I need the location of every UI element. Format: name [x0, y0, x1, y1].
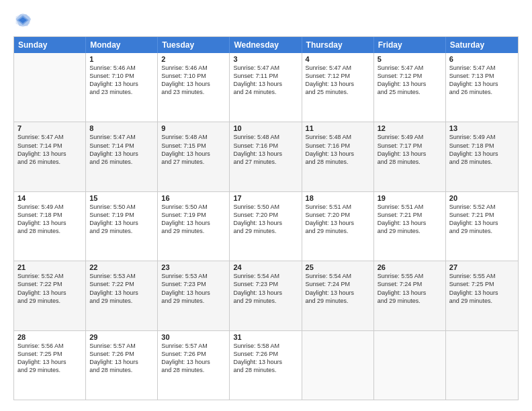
calendar-cell: 18Sunrise: 5:51 AMSunset: 7:20 PMDayligh…: [302, 192, 374, 261]
calendar-cell: 23Sunrise: 5:53 AMSunset: 7:23 PMDayligh…: [158, 261, 230, 330]
cal-header-day: Friday: [374, 37, 446, 53]
day-number: 27: [449, 263, 515, 271]
cell-info: Sunrise: 5:49 AMSunset: 7:17 PMDaylight:…: [378, 133, 442, 166]
calendar-cell: 13Sunrise: 5:49 AMSunset: 7:18 PMDayligh…: [446, 122, 518, 191]
calendar-cell: 9Sunrise: 5:48 AMSunset: 7:15 PMDaylight…: [158, 122, 230, 191]
calendar-cell: 8Sunrise: 5:47 AMSunset: 7:14 PMDaylight…: [86, 122, 158, 191]
day-number: 14: [17, 194, 82, 202]
cal-header-day: Saturday: [446, 37, 518, 53]
cell-info: Sunrise: 5:47 AMSunset: 7:13 PMDaylight:…: [449, 64, 515, 97]
cell-info: Sunrise: 5:48 AMSunset: 7:16 PMDaylight:…: [306, 133, 370, 166]
cell-info: Sunrise: 5:47 AMSunset: 7:12 PMDaylight:…: [306, 64, 370, 97]
calendar-cell: 29Sunrise: 5:57 AMSunset: 7:26 PMDayligh…: [86, 331, 158, 400]
logo: [13, 11, 35, 30]
calendar-cell: [446, 331, 518, 400]
calendar-cell: 25Sunrise: 5:54 AMSunset: 7:24 PMDayligh…: [302, 261, 374, 330]
calendar-cell: 12Sunrise: 5:49 AMSunset: 7:17 PMDayligh…: [374, 122, 446, 191]
calendar-cell: [302, 331, 374, 400]
day-number: 24: [233, 263, 298, 271]
day-number: 22: [89, 263, 154, 271]
calendar-body: 1Sunrise: 5:46 AMSunset: 7:10 PMDaylight…: [14, 53, 518, 400]
calendar-cell: 17Sunrise: 5:50 AMSunset: 7:20 PMDayligh…: [230, 192, 302, 261]
day-number: 21: [17, 263, 82, 271]
cell-info: Sunrise: 5:50 AMSunset: 7:19 PMDaylight:…: [89, 203, 154, 236]
calendar-cell: 4Sunrise: 5:47 AMSunset: 7:12 PMDaylight…: [302, 53, 374, 122]
day-number: 9: [161, 124, 226, 132]
calendar-cell: 11Sunrise: 5:48 AMSunset: 7:16 PMDayligh…: [302, 122, 374, 191]
cal-header-day: Thursday: [302, 37, 374, 53]
calendar-row: 1Sunrise: 5:46 AMSunset: 7:10 PMDaylight…: [14, 53, 518, 122]
calendar: SundayMondayTuesdayWednesdayThursdayFrid…: [13, 36, 519, 400]
cell-info: Sunrise: 5:54 AMSunset: 7:24 PMDaylight:…: [306, 272, 370, 305]
day-number: 18: [306, 194, 370, 202]
day-number: 26: [378, 263, 442, 271]
cell-info: Sunrise: 5:47 AMSunset: 7:14 PMDaylight:…: [89, 133, 154, 166]
calendar-cell: 2Sunrise: 5:46 AMSunset: 7:10 PMDaylight…: [158, 53, 230, 122]
cal-header-day: Tuesday: [158, 37, 230, 53]
day-number: 20: [449, 194, 515, 202]
page: SundayMondayTuesdayWednesdayThursdayFrid…: [0, 0, 532, 411]
cell-info: Sunrise: 5:49 AMSunset: 7:18 PMDaylight:…: [449, 133, 515, 166]
cell-info: Sunrise: 5:50 AMSunset: 7:20 PMDaylight:…: [233, 203, 298, 236]
day-number: 8: [89, 124, 154, 132]
calendar-row: 7Sunrise: 5:47 AMSunset: 7:14 PMDaylight…: [14, 122, 518, 191]
calendar-cell: 28Sunrise: 5:56 AMSunset: 7:25 PMDayligh…: [14, 331, 86, 400]
day-number: 15: [89, 194, 154, 202]
logo-icon: [13, 11, 32, 30]
day-number: 17: [233, 194, 298, 202]
day-number: 12: [378, 124, 442, 132]
calendar-row: 28Sunrise: 5:56 AMSunset: 7:25 PMDayligh…: [14, 331, 518, 400]
cell-info: Sunrise: 5:52 AMSunset: 7:21 PMDaylight:…: [449, 203, 515, 236]
calendar-cell: 27Sunrise: 5:55 AMSunset: 7:25 PMDayligh…: [446, 261, 518, 330]
calendar-cell: 15Sunrise: 5:50 AMSunset: 7:19 PMDayligh…: [86, 192, 158, 261]
day-number: 23: [161, 263, 226, 271]
calendar-header: SundayMondayTuesdayWednesdayThursdayFrid…: [14, 37, 518, 53]
cal-header-day: Wednesday: [230, 37, 302, 53]
calendar-row: 14Sunrise: 5:49 AMSunset: 7:18 PMDayligh…: [14, 192, 518, 261]
cell-info: Sunrise: 5:50 AMSunset: 7:19 PMDaylight:…: [161, 203, 226, 236]
cal-header-day: Sunday: [14, 37, 86, 53]
calendar-cell: 14Sunrise: 5:49 AMSunset: 7:18 PMDayligh…: [14, 192, 86, 261]
cell-info: Sunrise: 5:57 AMSunset: 7:26 PMDaylight:…: [161, 342, 226, 375]
cell-info: Sunrise: 5:48 AMSunset: 7:16 PMDaylight:…: [233, 133, 298, 166]
cell-info: Sunrise: 5:47 AMSunset: 7:11 PMDaylight:…: [233, 64, 298, 97]
calendar-cell: 16Sunrise: 5:50 AMSunset: 7:19 PMDayligh…: [158, 192, 230, 261]
cell-info: Sunrise: 5:53 AMSunset: 7:23 PMDaylight:…: [161, 272, 226, 305]
day-number: 10: [233, 124, 298, 132]
cell-info: Sunrise: 5:52 AMSunset: 7:22 PMDaylight:…: [17, 272, 82, 305]
cell-info: Sunrise: 5:56 AMSunset: 7:25 PMDaylight:…: [17, 342, 82, 375]
cell-info: Sunrise: 5:51 AMSunset: 7:21 PMDaylight:…: [378, 203, 442, 236]
day-number: 4: [306, 55, 370, 63]
cell-info: Sunrise: 5:46 AMSunset: 7:10 PMDaylight:…: [89, 64, 154, 97]
calendar-cell: 20Sunrise: 5:52 AMSunset: 7:21 PMDayligh…: [446, 192, 518, 261]
calendar-cell: 6Sunrise: 5:47 AMSunset: 7:13 PMDaylight…: [446, 53, 518, 122]
cell-info: Sunrise: 5:47 AMSunset: 7:14 PMDaylight:…: [17, 133, 82, 166]
cell-info: Sunrise: 5:51 AMSunset: 7:20 PMDaylight:…: [306, 203, 370, 236]
calendar-cell: 19Sunrise: 5:51 AMSunset: 7:21 PMDayligh…: [374, 192, 446, 261]
cell-info: Sunrise: 5:58 AMSunset: 7:26 PMDaylight:…: [233, 342, 298, 375]
day-number: 3: [233, 55, 298, 63]
calendar-cell: 1Sunrise: 5:46 AMSunset: 7:10 PMDaylight…: [86, 53, 158, 122]
cell-info: Sunrise: 5:57 AMSunset: 7:26 PMDaylight:…: [89, 342, 154, 375]
day-number: 1: [89, 55, 154, 63]
day-number: 13: [449, 124, 515, 132]
day-number: 30: [161, 333, 226, 341]
calendar-cell: 7Sunrise: 5:47 AMSunset: 7:14 PMDaylight…: [14, 122, 86, 191]
calendar-cell: 10Sunrise: 5:48 AMSunset: 7:16 PMDayligh…: [230, 122, 302, 191]
calendar-cell: 3Sunrise: 5:47 AMSunset: 7:11 PMDaylight…: [230, 53, 302, 122]
day-number: 31: [233, 333, 298, 341]
cell-info: Sunrise: 5:55 AMSunset: 7:25 PMDaylight:…: [449, 272, 515, 305]
cell-info: Sunrise: 5:46 AMSunset: 7:10 PMDaylight:…: [161, 64, 226, 97]
day-number: 28: [17, 333, 82, 341]
cell-info: Sunrise: 5:49 AMSunset: 7:18 PMDaylight:…: [17, 203, 82, 236]
day-number: 5: [378, 55, 442, 63]
cell-info: Sunrise: 5:54 AMSunset: 7:23 PMDaylight:…: [233, 272, 298, 305]
calendar-cell: 5Sunrise: 5:47 AMSunset: 7:12 PMDaylight…: [374, 53, 446, 122]
day-number: 11: [306, 124, 370, 132]
cell-info: Sunrise: 5:53 AMSunset: 7:22 PMDaylight:…: [89, 272, 154, 305]
day-number: 29: [89, 333, 154, 341]
calendar-cell: 31Sunrise: 5:58 AMSunset: 7:26 PMDayligh…: [230, 331, 302, 400]
day-number: 25: [306, 263, 370, 271]
cal-header-day: Monday: [86, 37, 158, 53]
calendar-row: 21Sunrise: 5:52 AMSunset: 7:22 PMDayligh…: [14, 261, 518, 330]
